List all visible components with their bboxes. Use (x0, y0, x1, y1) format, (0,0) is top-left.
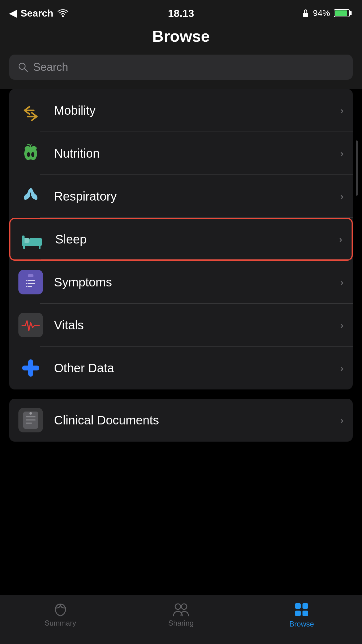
tab-summary[interactable]: Summary (30, 603, 91, 627)
nutrition-chevron: › (340, 148, 344, 159)
sleep-chevron: › (339, 234, 342, 245)
summary-label: Summary (44, 619, 76, 627)
other-data-label: Other Data (54, 361, 340, 375)
symptoms-label: Symptoms (54, 275, 340, 289)
scrollbar[interactable] (356, 140, 358, 196)
tab-browse[interactable]: Browse (271, 602, 332, 628)
svg-point-21 (27, 283, 28, 284)
status-time: 18.13 (168, 7, 194, 19)
svg-point-32 (181, 604, 187, 609)
battery-percent: 94% (313, 8, 330, 18)
search-bar[interactable]: Search (9, 55, 353, 80)
svg-point-31 (175, 604, 181, 609)
vitals-chevron: › (340, 320, 344, 331)
sharing-label: Sharing (168, 619, 194, 627)
battery-fill (335, 10, 347, 16)
svg-rect-8 (30, 188, 32, 193)
back-label[interactable]: Search (21, 8, 53, 19)
svg-rect-12 (22, 236, 25, 246)
svg-rect-15 (24, 275, 37, 290)
svg-rect-34 (302, 603, 308, 609)
svg-rect-25 (22, 366, 39, 370)
svg-rect-27 (26, 416, 36, 417)
vitals-icon-container (18, 313, 43, 337)
respiratory-icon-container (18, 184, 43, 209)
list-item-vitals[interactable]: Vitals › (9, 304, 353, 347)
clinical-docs-chevron: › (340, 415, 344, 426)
respiratory-label: Respiratory (54, 190, 340, 203)
sharing-icon (172, 603, 190, 616)
svg-rect-1 (303, 13, 308, 17)
svg-point-0 (62, 15, 64, 17)
tab-sharing[interactable]: Sharing (150, 603, 212, 627)
other-data-chevron: › (340, 362, 344, 374)
svg-rect-16 (28, 274, 33, 277)
mobility-chevron: › (340, 105, 344, 116)
list-item-mobility[interactable]: Mobility › (9, 89, 353, 132)
svg-rect-23 (21, 317, 40, 333)
clinical-docs-icon-container (18, 408, 43, 432)
svg-rect-28 (26, 420, 36, 420)
page-title: Browse (152, 27, 210, 45)
svg-point-22 (27, 286, 28, 287)
search-icon (18, 62, 28, 72)
list-item-sleep[interactable]: Sleep › (9, 218, 353, 261)
symptoms-chevron: › (340, 277, 344, 288)
respiratory-chevron: › (340, 191, 344, 202)
battery-icon (334, 9, 350, 17)
svg-rect-14 (39, 245, 40, 249)
other-data-icon-container (18, 356, 43, 380)
svg-rect-29 (26, 423, 32, 424)
list-section: Mobility › Nutrition › (9, 89, 353, 389)
clinical-docs-label: Clinical Documents (54, 413, 340, 427)
svg-point-6 (27, 152, 30, 157)
browse-icon (294, 602, 309, 617)
summary-icon (53, 603, 68, 616)
svg-rect-36 (302, 611, 308, 616)
status-right: 94% (302, 8, 350, 18)
vitals-label: Vitals (54, 318, 340, 332)
back-arrow-icon[interactable]: ◀ (9, 7, 17, 19)
status-left: ◀ Search (9, 7, 69, 19)
svg-point-20 (27, 280, 28, 282)
tab-bar: Summary Sharing Browse (0, 595, 362, 644)
svg-rect-33 (295, 603, 301, 609)
list-item-clinical-documents[interactable]: Clinical Documents › (9, 399, 353, 442)
nutrition-icon-container (18, 141, 43, 166)
svg-point-30 (29, 412, 32, 415)
list-item-nutrition[interactable]: Nutrition › (9, 132, 353, 175)
mobility-icon-container (18, 98, 43, 123)
svg-rect-11 (29, 238, 42, 243)
symptoms-icon-container (18, 270, 43, 294)
svg-rect-13 (23, 245, 25, 249)
page-header: Browse (0, 24, 362, 55)
list-item-other-data[interactable]: Other Data › (9, 347, 353, 389)
list-item-respiratory[interactable]: Respiratory › (9, 175, 353, 218)
mobility-label: Mobility (54, 104, 340, 117)
status-bar: ◀ Search 18.13 94% (0, 0, 362, 24)
search-container: Search (0, 55, 362, 89)
browse-label: Browse (289, 620, 314, 628)
svg-line-3 (24, 68, 27, 71)
main-content: Browse Search (0, 24, 362, 595)
nutrition-label: Nutrition (54, 147, 340, 160)
list-item-symptoms[interactable]: Symptoms › (9, 261, 353, 304)
lock-icon (302, 9, 309, 18)
svg-rect-35 (295, 611, 301, 616)
sleep-label: Sleep (55, 232, 339, 246)
svg-point-7 (31, 152, 34, 157)
sleep-icon-container (20, 227, 44, 251)
clinical-documents-section: Clinical Documents › (9, 399, 353, 442)
wifi-icon (57, 9, 69, 17)
search-placeholder: Search (33, 61, 68, 74)
